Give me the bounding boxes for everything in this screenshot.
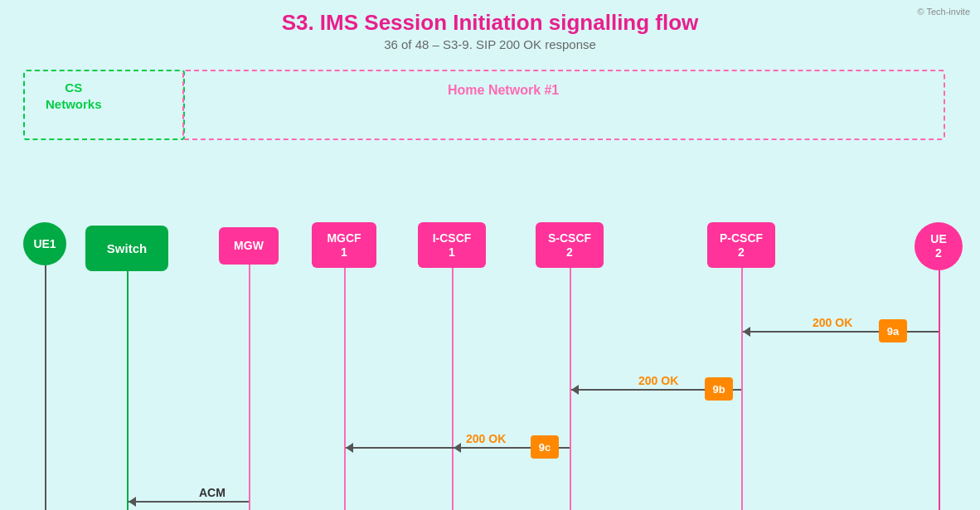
arrow-label-9b: 200 OK (638, 374, 678, 387)
diagram-area: CSNetworks Home Network #1 UE1 Switch MG… (0, 61, 980, 476)
cs-networks-label: CSNetworks (46, 80, 102, 112)
arrow-label-9c: 200 OK (466, 432, 506, 445)
node-mgw: MGW (219, 227, 279, 265)
arrow-label-9a: 200 OK (813, 316, 852, 329)
vline-switch (127, 271, 129, 510)
vline-mgcf1 (344, 268, 346, 510)
copyright-label: © Tech-invite (917, 7, 970, 17)
node-ue2: UE2 (915, 222, 963, 270)
home-network-box (182, 70, 945, 140)
vline-pcscf2 (741, 268, 743, 510)
vline-ue1 (45, 265, 46, 510)
page-subtitle: 36 of 48 – S3-9. SIP 200 OK response (0, 37, 980, 51)
vline-icscf1 (452, 268, 454, 510)
header: S3. IMS Session Initiation signalling fl… (0, 0, 980, 55)
node-pcscf2: P-CSCF2 (707, 222, 775, 268)
arrow-line-9a (743, 331, 939, 333)
node-icscf1: I-CSCF1 (418, 222, 486, 268)
vline-ue2 (939, 270, 940, 510)
arrow-label-acm: ACM (199, 486, 226, 499)
badge-9a: 9a (879, 319, 907, 342)
node-scscf2: S-CSCF2 (536, 222, 604, 268)
node-mgcf1: MGCF1 (312, 222, 376, 268)
vline-mgw (249, 265, 250, 510)
page-title: S3. IMS Session Initiation signalling fl… (0, 10, 980, 36)
node-ue1: UE1 (23, 222, 66, 265)
home-network-label: Home Network #1 (448, 83, 559, 98)
arrow-line-acm (129, 501, 249, 503)
node-switch: Switch (85, 226, 168, 271)
badge-9c: 9c (531, 435, 559, 459)
badge-9b: 9b (705, 377, 733, 401)
